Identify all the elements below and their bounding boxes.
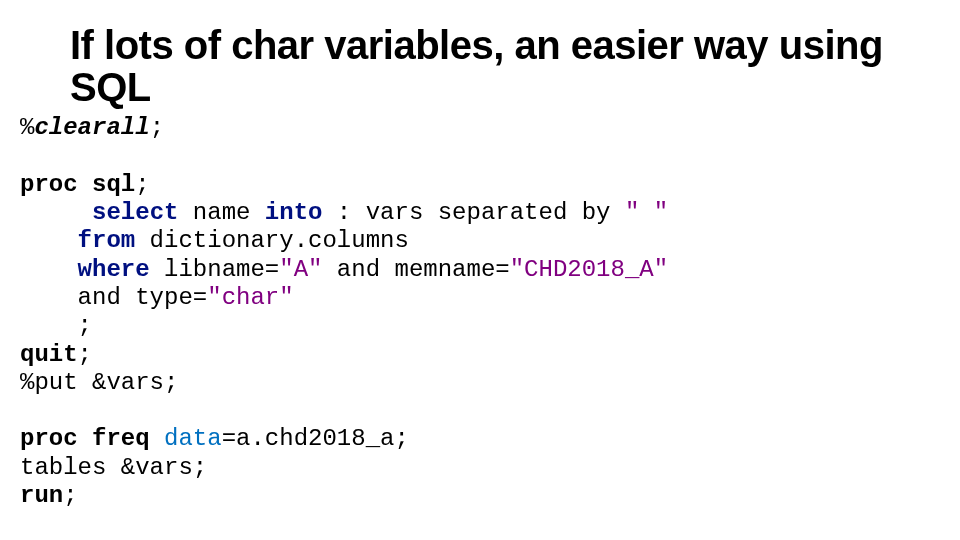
put-line: %put &vars; bbox=[20, 369, 178, 396]
slide-title: If lots of char variables, an easier way… bbox=[70, 24, 940, 108]
kw-where: where bbox=[78, 256, 150, 283]
str: "A" bbox=[279, 256, 322, 283]
str: " " bbox=[625, 199, 668, 226]
macro-pct: % bbox=[20, 114, 34, 141]
str: "CHD2018_A" bbox=[510, 256, 668, 283]
kw-quit: quit bbox=[20, 341, 78, 368]
txt: : vars separated by bbox=[322, 199, 624, 226]
indent bbox=[20, 227, 78, 254]
indent bbox=[20, 284, 78, 311]
opt-data: data bbox=[164, 425, 222, 452]
txt: =a.chd2018_a; bbox=[222, 425, 409, 452]
txt: libname= bbox=[150, 256, 280, 283]
kw-run: run bbox=[20, 482, 63, 509]
kw-proc: proc bbox=[20, 171, 78, 198]
kw-freq: freq bbox=[92, 425, 150, 452]
indent bbox=[20, 312, 78, 339]
tables-line: tables &vars; bbox=[20, 454, 207, 481]
kw-proc2: proc bbox=[20, 425, 78, 452]
sc: ; bbox=[78, 341, 92, 368]
sc: ; bbox=[63, 482, 77, 509]
txt: and memname= bbox=[322, 256, 509, 283]
sp bbox=[150, 425, 164, 452]
sc: ; bbox=[78, 312, 92, 339]
str: "char" bbox=[207, 284, 293, 311]
sc: ; bbox=[150, 114, 164, 141]
kw-from: from bbox=[78, 227, 136, 254]
txt: dictionary.columns bbox=[135, 227, 409, 254]
macro-name: clearall bbox=[34, 114, 149, 141]
code-block: %clearall; proc sql; select name into : … bbox=[20, 114, 940, 510]
txt: name bbox=[178, 199, 264, 226]
kw-select: select bbox=[92, 199, 178, 226]
kw-into: into bbox=[265, 199, 323, 226]
slide: If lots of char variables, an easier way… bbox=[0, 0, 960, 510]
txt: and type= bbox=[78, 284, 208, 311]
kw-sql: sql bbox=[92, 171, 135, 198]
sc: ; bbox=[135, 171, 149, 198]
indent bbox=[20, 199, 92, 226]
indent bbox=[20, 256, 78, 283]
